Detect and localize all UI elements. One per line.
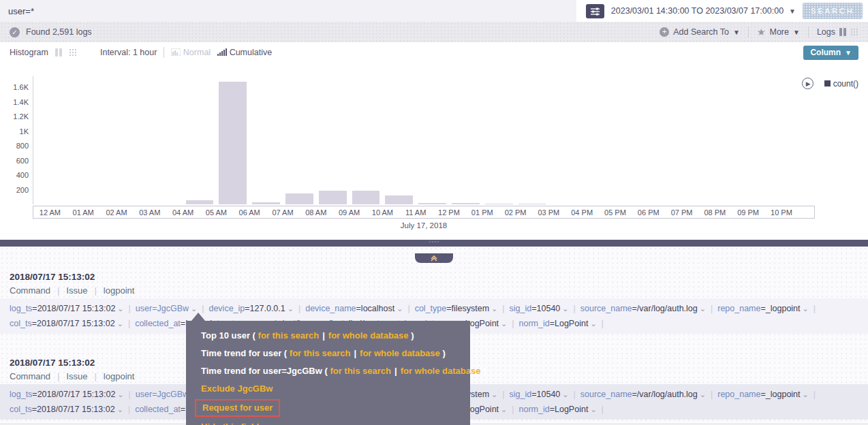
histogram-bar[interactable] (186, 200, 214, 204)
log-field-sig_id[interactable]: sig_id=10540⌄ (510, 390, 569, 399)
drag-grip-icon[interactable] (429, 241, 439, 242)
field-key: sig_id (510, 304, 532, 313)
log-fields-row: log_ts=2018/07/17 15:13:02⌄|user=JgcGBw⌄… (10, 301, 858, 316)
histogram-bar[interactable] (385, 195, 413, 204)
chevron-down-icon[interactable]: ⌄ (115, 319, 123, 328)
log-field-log_ts[interactable]: log_ts=2018/07/17 15:13:02⌄ (10, 304, 124, 313)
histogram-bar[interactable] (219, 82, 247, 204)
more-button[interactable]: ★ More ▼ (757, 27, 800, 37)
x-axis-tick: 05 PM (599, 208, 632, 217)
log-field-norm_id[interactable]: norm_id=LogPoint⌄ (519, 319, 597, 328)
link-for-this-search[interactable]: for this search (330, 366, 391, 376)
log-field-repo_name[interactable]: repo_name=_logpoint⌄ (717, 304, 809, 313)
chevron-down-icon: ▼ (845, 49, 852, 57)
histogram-bar[interactable] (518, 204, 546, 205)
field-value: =10540 (531, 390, 560, 399)
play-icon[interactable]: ▶ (802, 78, 813, 89)
field-key: col_ts (10, 405, 32, 414)
menu-item-hide-field[interactable]: Hide this field (201, 418, 470, 425)
chart-type-dropdown[interactable]: Column ▼ (803, 46, 858, 60)
link-for-whole-database[interactable]: for whole database (360, 348, 440, 358)
log-tag[interactable]: Issue (66, 369, 87, 384)
link-for-this-search[interactable]: for this search (258, 330, 320, 341)
chevron-down-icon[interactable]: ⌄ (560, 390, 568, 398)
log-list: 2018/07/17 15:13:02 Command | Issue | lo… (0, 247, 868, 425)
histogram-bar[interactable] (452, 203, 480, 204)
log-field-norm_id[interactable]: norm_id=LogPoint⌄ (519, 405, 597, 414)
field-key: device_ip (208, 304, 245, 313)
menu-item-request-for-user[interactable]: Request for user (201, 398, 470, 418)
log-field-source_name[interactable]: source_name=/var/log/auth.log⌄ (580, 304, 706, 313)
chevron-down-icon[interactable]: ⌄ (588, 319, 596, 328)
log-field-col_ts[interactable]: col_ts=2018/07/17 15:13:02⌄ (10, 319, 123, 328)
chevron-down-icon[interactable]: ⌄ (489, 304, 497, 313)
more-label: More (770, 27, 789, 37)
log-tag[interactable]: Command (10, 369, 50, 384)
x-axis-tick: 07 PM (665, 208, 698, 217)
menu-item-exclude[interactable]: Exclude JgcGBw (201, 380, 470, 398)
chevron-down-icon[interactable]: ⌄ (115, 390, 123, 398)
menu-item-time-trend-user-value[interactable]: Time trend for user=JgcGBw ( for this se… (201, 362, 470, 380)
histogram-bar[interactable] (319, 191, 347, 204)
search-query-input[interactable] (0, 0, 576, 22)
x-axis-tick: 09 PM (732, 208, 765, 217)
search-settings-button[interactable] (586, 4, 604, 18)
chevron-down-icon[interactable]: ⌄ (115, 304, 123, 313)
chevron-down-icon[interactable]: ⌄ (285, 304, 294, 313)
log-field-device_ip[interactable]: device_ip=127.0.0.1⌄ (208, 304, 293, 313)
chevron-down-icon[interactable]: ⌄ (499, 405, 507, 413)
grid-view-icon[interactable] (850, 28, 858, 36)
x-axis-tick: 03 AM (133, 208, 166, 217)
chevron-down-icon[interactable]: ⌄ (698, 304, 706, 313)
sliders-icon (590, 7, 600, 16)
date-range-picker[interactable]: 2023/03/01 14:30:00 TO 2023/03/07 17:00:… (611, 6, 796, 16)
request-for-user-highlight[interactable]: Request for user (195, 399, 280, 417)
search-button[interactable]: SEARCH (803, 3, 863, 19)
chevron-down-icon[interactable]: ⌄ (189, 304, 197, 313)
chevron-down-icon[interactable]: ⌄ (115, 405, 123, 413)
add-search-to-button[interactable]: + Add Search To ▼ (660, 27, 740, 37)
histogram-bar[interactable] (418, 203, 446, 204)
histogram-bar[interactable] (252, 202, 280, 204)
collapse-chart-button[interactable] (415, 253, 453, 263)
chevron-down-icon[interactable]: ⌄ (801, 304, 809, 313)
log-field-user[interactable]: user=JgcGBw⌄ (136, 304, 197, 313)
log-field-col_type[interactable]: col_type=filesystem⌄ (415, 304, 498, 313)
chevron-down-icon[interactable]: ⌄ (394, 304, 403, 313)
histogram-bar[interactable] (352, 191, 380, 204)
chevron-down-icon[interactable]: ⌄ (698, 390, 706, 398)
menu-item-time-trend-user[interactable]: Time trend for user ( for this search|fo… (201, 345, 470, 362)
chevron-down-icon[interactable]: ⌄ (489, 390, 497, 398)
log-field-col_ts[interactable]: col_ts=2018/07/17 15:13:02⌄ (10, 405, 123, 414)
log-tag[interactable]: logpoint (104, 283, 135, 298)
field-key: user (136, 390, 152, 399)
log-tag[interactable]: Command (10, 283, 50, 298)
histogram-bar[interactable] (285, 193, 313, 204)
histogram-view-icon[interactable] (55, 48, 62, 57)
link-for-this-search[interactable]: for this search (290, 348, 351, 358)
ascending-bars-icon (217, 48, 227, 56)
chevron-down-icon[interactable]: ⌄ (588, 405, 596, 413)
log-field-log_ts[interactable]: log_ts=2018/07/17 15:13:02⌄ (10, 390, 124, 399)
list-view-icon[interactable] (839, 28, 846, 36)
log-field-repo_name[interactable]: repo_name=_logpoint⌄ (717, 390, 809, 399)
chevron-down-icon[interactable]: ⌄ (560, 304, 568, 313)
x-axis-tick: 10 AM (366, 208, 399, 217)
histogram-grid-icon[interactable] (69, 48, 77, 57)
link-for-whole-database[interactable]: for whole database (401, 366, 481, 376)
y-axis-tick: 1.4K (0, 98, 29, 106)
chevron-down-icon[interactable]: ⌄ (499, 319, 507, 328)
log-field-source_name[interactable]: source_name=/var/log/auth.log⌄ (580, 390, 706, 399)
normal-mode-button[interactable]: Normal (171, 48, 211, 57)
y-axis-tick: 800 (0, 142, 29, 150)
menu-item-top10-user[interactable]: Top 10 user ( for this search|for whole … (201, 327, 470, 345)
chevron-down-icon[interactable]: ⌄ (801, 390, 809, 398)
cumulative-mode-button[interactable]: Cumulative (217, 48, 272, 57)
log-tag[interactable]: logpoint (104, 369, 135, 384)
log-field-device_name[interactable]: device_name=localhost⌄ (305, 304, 403, 313)
log-field-sig_id[interactable]: sig_id=10540⌄ (510, 304, 569, 313)
link-for-whole-database[interactable]: for whole database (328, 330, 409, 341)
chevron-down-icon: ▼ (793, 29, 800, 36)
histogram-bar[interactable] (485, 204, 513, 205)
log-tag[interactable]: Issue (66, 283, 87, 298)
